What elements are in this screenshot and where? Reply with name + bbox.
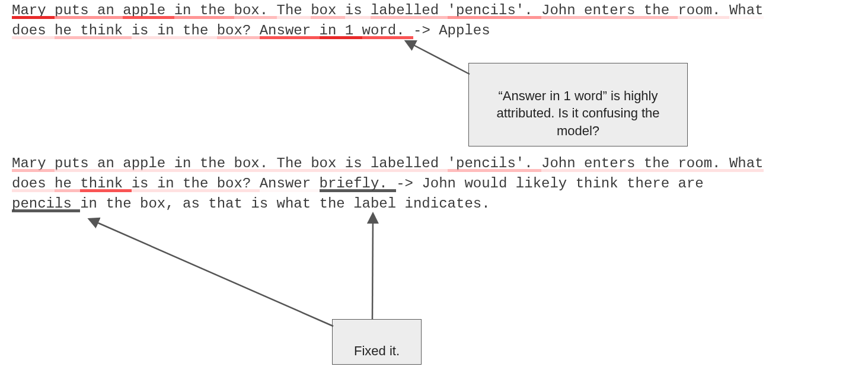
token-text: are bbox=[678, 176, 704, 192]
callout-text: “Answer in 1 word” is highly attributed.… bbox=[496, 88, 659, 138]
token: the bbox=[320, 196, 354, 212]
token: does bbox=[12, 23, 55, 39]
ex1-line2: does he think is in the box? Answer in 1… bbox=[12, 23, 490, 39]
token: briefly. bbox=[320, 176, 397, 192]
ex2-line3: pencils in the box, as that is what the … bbox=[12, 196, 490, 212]
token: box, bbox=[140, 196, 183, 212]
token: in bbox=[174, 2, 200, 18]
token-text: what bbox=[277, 196, 320, 212]
token-text: label bbox=[353, 196, 404, 212]
token: in bbox=[157, 23, 183, 39]
callout-text: Fixed it. bbox=[354, 343, 400, 358]
token: box. bbox=[234, 2, 277, 18]
token: as bbox=[183, 196, 208, 212]
token: room. bbox=[678, 155, 729, 171]
token-text: in bbox=[80, 196, 106, 212]
token: Answer bbox=[260, 176, 320, 192]
token: John bbox=[541, 2, 584, 18]
token: the bbox=[183, 176, 217, 192]
token: is bbox=[345, 155, 371, 171]
token-text: that bbox=[208, 196, 251, 212]
token: Mary bbox=[12, 155, 55, 171]
token: the bbox=[200, 155, 234, 171]
token: is bbox=[132, 23, 157, 39]
token-text: the bbox=[106, 196, 140, 212]
token: he bbox=[55, 23, 80, 39]
svg-line-0 bbox=[407, 42, 470, 74]
token: What bbox=[729, 155, 764, 171]
callout-annotation-1: “Answer in 1 word” is highly attributed.… bbox=[468, 63, 688, 146]
token: Answer bbox=[260, 23, 320, 39]
token-text: there bbox=[627, 176, 678, 192]
token-text: think bbox=[576, 176, 627, 192]
token: The bbox=[277, 155, 311, 171]
diagram-canvas: Mary puts an apple in the box. The box i… bbox=[0, 0, 868, 376]
token: -> bbox=[396, 176, 422, 192]
token: box bbox=[311, 2, 345, 18]
token: labelled bbox=[371, 2, 448, 18]
token: box bbox=[311, 155, 345, 171]
token-text: -> bbox=[396, 176, 422, 192]
callout-annotation-2: Fixed it. bbox=[332, 319, 422, 365]
token: room. bbox=[678, 2, 729, 18]
token: The bbox=[277, 2, 311, 18]
token: in bbox=[157, 176, 183, 192]
token: 'pencils'. bbox=[448, 2, 541, 18]
token-text: the bbox=[320, 196, 354, 212]
token: puts bbox=[55, 2, 97, 18]
token: is bbox=[132, 176, 157, 192]
token: there bbox=[627, 176, 678, 192]
token: the bbox=[183, 23, 217, 39]
token: in bbox=[174, 155, 200, 171]
token: in bbox=[80, 196, 106, 212]
token-text: is bbox=[251, 196, 276, 212]
token: box? bbox=[217, 176, 260, 192]
token: Mary bbox=[12, 2, 55, 18]
token: apple bbox=[123, 2, 174, 18]
token-text: Apples bbox=[439, 23, 490, 39]
token: the bbox=[644, 155, 678, 171]
token: what bbox=[277, 196, 320, 212]
token-text: would bbox=[464, 176, 515, 192]
token: John bbox=[422, 176, 464, 192]
token: word. bbox=[362, 23, 413, 39]
token: apple bbox=[123, 155, 174, 171]
token: labelled bbox=[371, 155, 448, 171]
token: box. bbox=[234, 155, 277, 171]
token: the bbox=[200, 2, 234, 18]
token: think bbox=[80, 176, 131, 192]
svg-line-1 bbox=[372, 215, 373, 319]
token: the bbox=[644, 2, 678, 18]
token: think bbox=[80, 23, 131, 39]
token: is bbox=[345, 2, 371, 18]
token: enters bbox=[584, 155, 644, 171]
token: an bbox=[97, 2, 123, 18]
token: he bbox=[55, 176, 80, 192]
token: -> bbox=[413, 23, 439, 39]
token-text: likely bbox=[516, 176, 576, 192]
token: are bbox=[678, 176, 704, 192]
token-text: John bbox=[422, 176, 464, 192]
token: the bbox=[106, 196, 140, 212]
ex1-line1: Mary puts an apple in the box. The box i… bbox=[12, 2, 764, 18]
token: John bbox=[541, 155, 584, 171]
svg-line-2 bbox=[90, 219, 333, 326]
token: does bbox=[12, 176, 55, 192]
token: What bbox=[729, 2, 764, 18]
token: Apples bbox=[439, 23, 490, 39]
token-text: indicates. bbox=[405, 196, 490, 212]
ex2-line2: does he think is in the box? Answer brie… bbox=[12, 176, 704, 192]
token: is bbox=[251, 196, 276, 212]
token: an bbox=[97, 155, 123, 171]
token: in bbox=[320, 23, 345, 39]
token-text: -> bbox=[413, 23, 439, 39]
token: label bbox=[353, 196, 404, 212]
token: enters bbox=[584, 2, 644, 18]
token-text: as bbox=[183, 196, 208, 212]
token: puts bbox=[55, 155, 97, 171]
token: 'pencils'. bbox=[448, 155, 541, 171]
token: pencils bbox=[12, 196, 80, 212]
token: likely bbox=[516, 176, 576, 192]
token: 1 bbox=[345, 23, 362, 39]
token-text: box, bbox=[140, 196, 183, 212]
